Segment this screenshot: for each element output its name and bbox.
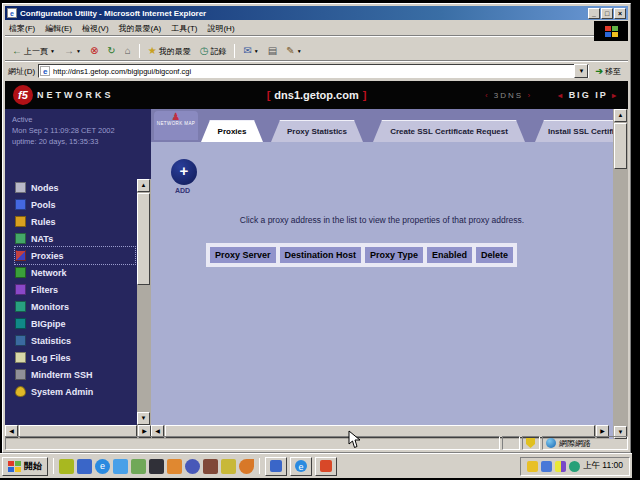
- status-bar: 網際網路: [5, 435, 628, 450]
- title-bar[interactable]: e Configuration Utility - Microsoft Inte…: [5, 6, 628, 20]
- close-button[interactable]: ×: [614, 8, 626, 19]
- sidebar-item-statistics[interactable]: Statistics: [15, 332, 135, 349]
- tray-icon-2[interactable]: [541, 461, 552, 472]
- sidebar-item-label: Proxies: [31, 251, 64, 261]
- browser-toolbar: ← 上一頁 ▼ → ▼ ⊗ ↻ ⌂ ★ 我的最愛 ◷ 記錄 ✉ ▼: [5, 42, 628, 61]
- quicklaunch-icon-10[interactable]: [221, 459, 236, 474]
- tab-install-ssl-certificate[interactable]: Install SSL Certifi: [535, 120, 613, 142]
- scroll-up-icon[interactable]: ▲: [137, 179, 150, 192]
- status-pane: [522, 436, 540, 450]
- tray-icon-3[interactable]: [555, 461, 566, 472]
- sidebar-item-mindterm-ssh[interactable]: Mindterm SSH: [15, 366, 135, 383]
- bracket-close: ]: [363, 89, 367, 101]
- sidebar-nav: Nodes Pools Rules NATs Proxies: [15, 179, 135, 400]
- edit-dropdown-icon[interactable]: ▼: [297, 48, 302, 54]
- sidebar-item-nodes[interactable]: Nodes: [15, 179, 135, 196]
- sidebar-item-pools[interactable]: Pools: [15, 196, 135, 213]
- column-proxy-type[interactable]: Proxy Type: [363, 245, 425, 265]
- network-map-button[interactable]: ♟ NETWORK MAP: [154, 111, 198, 140]
- back-dropdown-icon[interactable]: ▼: [50, 48, 55, 54]
- menu-edit[interactable]: 編輯(E): [45, 23, 72, 34]
- sidebar-vertical-scrollbar[interactable]: ▲ ▼: [137, 179, 151, 425]
- history-button[interactable]: ◷ 記錄: [197, 45, 230, 58]
- taskbar: 開始 e e 上午 11:00: [0, 453, 632, 478]
- filters-icon: [15, 284, 26, 295]
- scrollbar-thumb[interactable]: [137, 193, 150, 285]
- tray-icon-1[interactable]: [527, 461, 538, 472]
- menu-file[interactable]: 檔案(F): [9, 23, 35, 34]
- menu-favorites[interactable]: 我的最愛(A): [119, 23, 162, 34]
- favorites-icon: ★: [148, 46, 157, 56]
- sidebar-item-network[interactable]: Network: [15, 264, 135, 281]
- add-button[interactable]: +: [171, 159, 197, 185]
- print-button[interactable]: ▤: [265, 45, 280, 57]
- quicklaunch-icon-1[interactable]: [59, 459, 74, 474]
- tab-strip: ♟ NETWORK MAP Proxies Proxy Statistics C…: [151, 109, 613, 142]
- sidebar-item-system-admin[interactable]: System Admin: [15, 383, 135, 400]
- internet-zone-label: 網際網路: [559, 438, 591, 449]
- column-delete[interactable]: Delete: [474, 245, 515, 265]
- proxies-icon: [15, 250, 26, 261]
- quicklaunch-icon-4[interactable]: [113, 459, 128, 474]
- menu-help[interactable]: 說明(H): [207, 23, 234, 34]
- windows-flag-icon: [8, 461, 21, 472]
- scroll-up-icon[interactable]: ▲: [614, 109, 627, 122]
- task-button-1[interactable]: [265, 457, 287, 476]
- sidebar-item-label: Log Files: [31, 353, 71, 363]
- tray-icon-4[interactable]: [569, 461, 580, 472]
- address-input[interactable]: [38, 64, 589, 78]
- menu-view[interactable]: 檢視(V): [82, 23, 109, 34]
- minimize-button[interactable]: _: [588, 8, 600, 19]
- tab-create-ssl-certificate-request[interactable]: Create SSL Certificate Request: [373, 120, 525, 142]
- sidebar-item-log-files[interactable]: Log Files: [15, 349, 135, 366]
- sidebar-item-bigpipe[interactable]: BIGpipe: [15, 315, 135, 332]
- mouse-cursor: [348, 430, 361, 453]
- link-bigip[interactable]: ◂ BIG IP ▸: [558, 90, 618, 100]
- mindterm-ssh-icon: [15, 369, 26, 380]
- sidebar-item-monitors[interactable]: Monitors: [15, 298, 135, 315]
- task-button-2[interactable]: e: [290, 457, 312, 476]
- sidebar-item-rules[interactable]: Rules: [15, 213, 135, 230]
- page-vertical-scrollbar[interactable]: ▲ ▼: [613, 109, 628, 439]
- stop-button[interactable]: ⊗: [87, 45, 101, 57]
- scroll-down-icon[interactable]: ▼: [137, 412, 150, 425]
- column-destination-host[interactable]: Destination Host: [278, 245, 364, 265]
- column-proxy-server[interactable]: Proxy Server: [208, 245, 278, 265]
- tick-icon: ›: [527, 91, 532, 100]
- quicklaunch-icon-9[interactable]: [203, 459, 218, 474]
- mail-button[interactable]: ✉ ▼: [240, 45, 261, 57]
- tab-proxies[interactable]: Proxies: [201, 120, 263, 142]
- address-dropdown-icon[interactable]: ▼: [574, 64, 588, 78]
- tab-proxy-statistics[interactable]: Proxy Statistics: [271, 120, 363, 142]
- quicklaunch-icon-5[interactable]: [131, 459, 146, 474]
- scrollbar-thumb[interactable]: [614, 123, 627, 169]
- refresh-button[interactable]: ↻: [104, 45, 118, 57]
- go-icon: ➔: [595, 66, 603, 76]
- quicklaunch-icon-7[interactable]: [167, 459, 182, 474]
- start-button[interactable]: 開始: [2, 457, 48, 476]
- quicklaunch-icon-8[interactable]: [185, 459, 200, 474]
- column-enabled[interactable]: Enabled: [425, 245, 474, 265]
- sidebar-item-proxies[interactable]: Proxies: [15, 247, 135, 264]
- task-button-3[interactable]: [315, 457, 337, 476]
- edit-button[interactable]: ✎ ▼: [283, 45, 304, 57]
- back-button[interactable]: ← 上一頁 ▼: [9, 45, 58, 58]
- home-button[interactable]: ⌂: [122, 45, 134, 57]
- quicklaunch-ie-icon[interactable]: e: [95, 459, 110, 474]
- go-button[interactable]: ➔ 移至: [591, 65, 625, 78]
- favorites-button[interactable]: ★ 我的最愛: [145, 45, 194, 58]
- menu-tools[interactable]: 工具(T): [171, 23, 197, 34]
- maximize-button[interactable]: □: [601, 8, 613, 19]
- forward-button[interactable]: → ▼: [61, 45, 84, 57]
- link-3dns[interactable]: ‹ 3DNS ›: [485, 91, 532, 100]
- page-icon: e: [40, 66, 50, 76]
- sidebar-item-nats[interactable]: NATs: [15, 230, 135, 247]
- quicklaunch-icon-2[interactable]: [77, 459, 92, 474]
- monitors-icon: [15, 301, 26, 312]
- mail-dropdown-icon[interactable]: ▼: [254, 48, 259, 54]
- sidebar-item-filters[interactable]: Filters: [15, 281, 135, 298]
- quicklaunch-icon-6[interactable]: [149, 459, 164, 474]
- quicklaunch-icon-11[interactable]: [239, 459, 254, 474]
- nats-icon: [15, 233, 26, 244]
- forward-dropdown-icon[interactable]: ▼: [76, 48, 81, 54]
